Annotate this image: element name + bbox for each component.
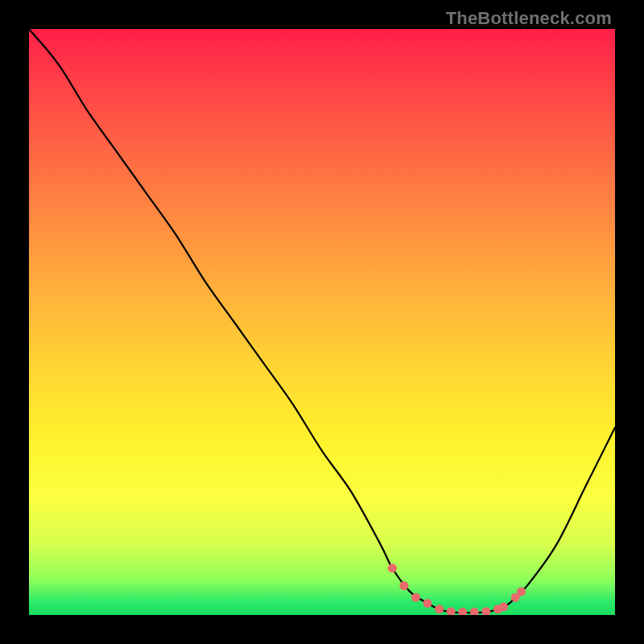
data-marker (458, 608, 467, 615)
chart-container: TheBottleneck.com (0, 0, 644, 644)
watermark-text: TheBottleneck.com (446, 8, 612, 29)
data-marker (481, 607, 490, 615)
data-marker (447, 607, 456, 615)
data-marker (470, 608, 479, 615)
data-marker (499, 602, 508, 611)
chart-svg (29, 29, 615, 615)
data-marker (423, 599, 432, 608)
data-marker (411, 593, 420, 602)
data-marker (399, 581, 408, 590)
data-marker (517, 587, 526, 596)
bottleneck-curve (29, 29, 615, 613)
plot-area (29, 29, 615, 615)
data-marker (388, 564, 397, 572)
data-marker (435, 605, 444, 613)
